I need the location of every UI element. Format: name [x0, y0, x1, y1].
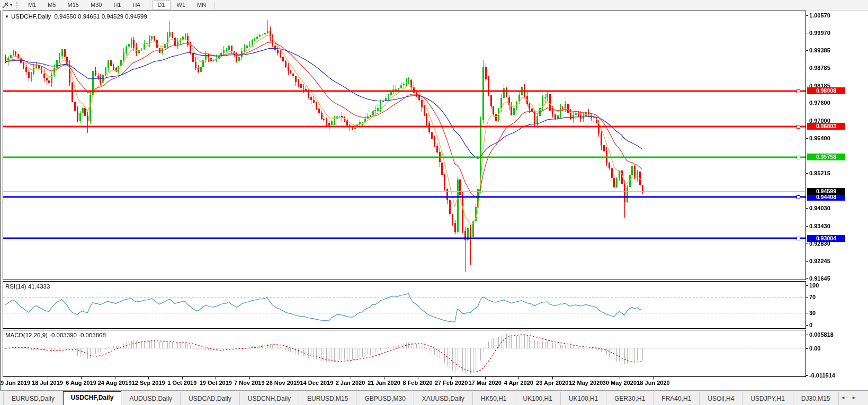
- chart-tab-uk100-h1[interactable]: UK100,H1: [515, 392, 561, 405]
- chart-tab-eurusd-daily[interactable]: EURUSD,Daily: [3, 392, 63, 405]
- timeframe-toolbar: ▾ M1M5M15M30H1H4D1W1MN: [0, 0, 868, 11]
- chart-tab-usdcnh-daily[interactable]: USDCNH,Daily: [240, 392, 299, 405]
- chart-tab-xauusd-daily[interactable]: XAUUSD,Daily: [414, 392, 473, 405]
- chart-tab-usdcad-daily[interactable]: USDCAD,Daily: [181, 392, 240, 405]
- tab-scroll-arrows: ◄►: [840, 395, 863, 400]
- timeframe-button-m30[interactable]: M30: [85, 0, 107, 10]
- timeframe-buttons: M1M5M15M30H1H4D1W1MN: [22, 0, 218, 10]
- chart-tab-dj30-m15[interactable]: DJ30,M15: [793, 392, 839, 405]
- timeframe-button-w1[interactable]: W1: [172, 0, 191, 10]
- chart-tab-fra40-h1[interactable]: FRA40,H1: [654, 392, 700, 405]
- toolbar-separator: [149, 2, 149, 9]
- chart-tab-usoil-h4[interactable]: USOil,H4: [700, 392, 742, 405]
- timeframe-button-h4[interactable]: H4: [127, 0, 145, 10]
- chart-tab-hk50-h1[interactable]: HK50,H1: [473, 392, 515, 405]
- timeframe-button-m1[interactable]: M1: [23, 0, 41, 10]
- chart-tab-audusd-daily[interactable]: AUDUSD,Daily: [121, 392, 181, 405]
- toolbar-grip: [16, 2, 19, 8]
- chart-tab-usdjpy-h1[interactable]: USDJPY,H1: [742, 392, 793, 405]
- timeframe-button-d1[interactable]: D1: [153, 0, 171, 10]
- timeframe-button-h1[interactable]: H1: [108, 0, 126, 10]
- tab-scroll-right-icon[interactable]: ►: [852, 395, 863, 400]
- mt4-terminal: ▾ M1M5M15M30H1H4D1W1MN ▼USDCHF,Daily 0.9…: [0, 0, 868, 405]
- chart-tab-bar: EURUSD,DailyUSDCHF,DailyAUDUSD,DailyUSDC…: [0, 390, 868, 405]
- price-chart-canvas[interactable]: [0, 0, 868, 405]
- timeframe-button-mn[interactable]: MN: [192, 0, 211, 10]
- chart-tab-eurusd-m15[interactable]: EURUSD,M15: [299, 392, 356, 405]
- timeframe-button-m5[interactable]: M5: [42, 0, 61, 10]
- crosshair-tool-icon: [2, 2, 9, 8]
- cursor-tool-button[interactable]: ▾: [0, 1, 14, 10]
- dropdown-caret-icon: ▾: [10, 3, 12, 7]
- timeframe-button-m15[interactable]: M15: [62, 0, 84, 10]
- toolbar-separator: [214, 2, 215, 9]
- tab-scroll-left-icon[interactable]: ◄: [840, 395, 852, 400]
- chart-tabs: EURUSD,DailyUSDCHF,DailyAUDUSD,DailyUSDC…: [0, 391, 839, 405]
- chart-tab-uk100-h1[interactable]: UK100,H1: [561, 392, 606, 405]
- chart-tab-usdchf-daily[interactable]: USDCHF,Daily: [63, 391, 122, 405]
- chart-tab-gbpusd-m30[interactable]: GBPUSD,M30: [356, 392, 414, 405]
- chart-tab-ger30-h1[interactable]: GER30,H1: [606, 392, 654, 405]
